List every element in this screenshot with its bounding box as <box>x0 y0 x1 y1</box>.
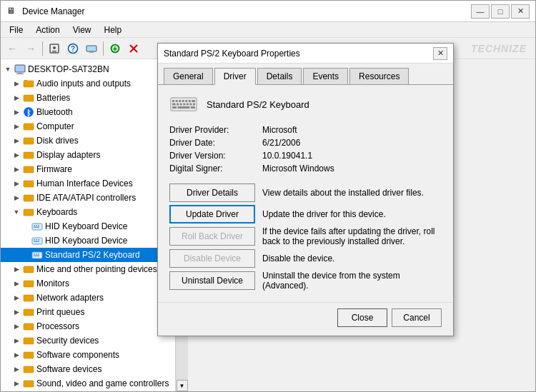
svg-rect-21 <box>24 152 34 159</box>
network-button[interactable] <box>83 40 100 57</box>
driver-details-desc: View details about the installed driver … <box>262 188 442 198</box>
tree-label-processors: Processors <box>36 321 79 331</box>
tree-item-hid-kbd1[interactable]: HID Keyboard Device <box>1 219 175 233</box>
expand-icon-audio: ▶ <box>12 79 21 88</box>
driver-details-button[interactable]: Driver Details <box>169 184 255 202</box>
title-bar: 🖥 Device Manager — □ ✕ <box>1 1 535 22</box>
display-folder-icon <box>23 149 34 161</box>
window-title: Device Manager <box>22 6 84 16</box>
tree-item-security[interactable]: ▶ Security devices <box>1 333 175 348</box>
menu-action[interactable]: Action <box>30 24 65 36</box>
tree-item-print[interactable]: ▶ Print queues <box>1 305 175 319</box>
expand-icon-desktop: ▼ <box>4 65 12 74</box>
close-button[interactable]: Close <box>337 308 387 327</box>
delete-button[interactable] <box>125 40 142 57</box>
tab-details[interactable]: Details <box>257 68 302 84</box>
scroll-down-arrow[interactable]: ▼ <box>177 380 188 391</box>
driver-btn-row-rollback: Roll Back Driver If the device fails aft… <box>169 226 442 246</box>
menu-help[interactable]: Help <box>99 24 128 36</box>
svg-rect-57 <box>182 100 184 102</box>
forward-button[interactable]: → <box>22 40 39 57</box>
computer-icon <box>14 64 26 75</box>
svg-rect-33 <box>36 239 37 241</box>
print-folder-icon <box>23 306 34 318</box>
expand-icon-bluetooth: ▶ <box>12 108 21 116</box>
scan-button[interactable]: + <box>106 40 124 57</box>
dialog-title: Standard PS/2 Keyboard Properties <box>164 49 300 59</box>
rollback-driver-button[interactable]: Roll Back Driver <box>169 227 255 246</box>
tree-item-software-comp[interactable]: ▶ Software components <box>1 348 175 362</box>
update-driver-button[interactable]: Update Driver <box>169 205 255 223</box>
tree-item-desktop[interactable]: ▼ DESKTOP-SAT32BN <box>1 62 175 76</box>
svg-rect-39 <box>38 253 39 255</box>
tree-item-firmware[interactable]: ▶ Firmware <box>1 162 175 176</box>
computer-sub-icon <box>23 121 34 132</box>
svg-rect-11 <box>15 65 25 72</box>
menu-file[interactable]: File <box>4 24 29 36</box>
tab-events[interactable]: Events <box>303 68 348 84</box>
menu-bar: File Action View Help <box>1 22 535 38</box>
dialog-close-button[interactable]: ✕ <box>433 47 447 60</box>
tree-item-hid[interactable]: ▶ Human Interface Devices <box>1 176 175 191</box>
tree-item-audio[interactable]: ▶ Audio inputs and outputs <box>1 76 175 91</box>
tree-item-ide[interactable]: ▶ IDE ATA/ATAPI controllers <box>1 191 175 205</box>
tab-resources[interactable]: Resources <box>349 68 409 84</box>
tree-item-monitors[interactable]: ▶ Monitors <box>1 276 175 291</box>
tree-label-software-dev: Software devices <box>36 364 101 374</box>
disable-device-desc: Disable the device. <box>262 253 442 263</box>
tree-item-computer[interactable]: ▶ Computer <box>1 119 175 134</box>
tab-driver[interactable]: Driver <box>214 68 256 85</box>
disk-folder-icon <box>23 135 34 146</box>
properties-button[interactable] <box>46 40 63 57</box>
tree-item-mice[interactable]: ▶ Mice and other pointing devices <box>1 262 175 276</box>
rollback-driver-desc: If the device fails after updating the d… <box>262 226 442 246</box>
svg-rect-45 <box>24 323 34 330</box>
tree-label-desktop: DESKTOP-SAT32BN <box>28 64 109 74</box>
tree-item-bluetooth[interactable]: ▶ ᛒ Bluetooth <box>1 105 175 119</box>
dialog-footer: Close Cancel <box>158 302 453 336</box>
driver-provider-value: Microsoft <box>262 125 297 135</box>
driver-version-label: Driver Version: <box>169 151 262 161</box>
tree-item-sound[interactable]: ▶ Sound, video and game controllers <box>1 376 175 391</box>
tree-item-hid-kbd2[interactable]: HID Keyboard Device <box>1 233 175 248</box>
tree-item-disk[interactable]: ▶ Disk drives <box>1 134 175 148</box>
svg-rect-46 <box>24 338 34 344</box>
tree-item-ps2-kbd[interactable]: Standard PS/2 Keyboard <box>1 248 175 262</box>
tree-label-bluetooth: Bluetooth <box>36 107 73 117</box>
title-bar-left: 🖥 Device Manager <box>6 6 84 17</box>
svg-rect-68 <box>172 106 177 109</box>
tree-item-keyboards[interactable]: ▼ Keyboards <box>1 205 175 219</box>
cancel-button[interactable]: Cancel <box>392 308 442 327</box>
close-window-button[interactable]: ✕ <box>511 4 530 19</box>
tree-label-disk: Disk drives <box>36 136 79 146</box>
hid-kbd1-icon <box>31 221 43 232</box>
svg-rect-19 <box>24 124 34 130</box>
svg-rect-16 <box>24 95 34 101</box>
tree-item-storage[interactable]: ▶ Storage controllers <box>1 391 175 391</box>
tree-label-ide: IDE ATA/ATAPI controllers <box>36 193 136 203</box>
uninstall-device-desc: Uninstall the device from the system (Ad… <box>262 271 442 291</box>
back-button[interactable]: ← <box>4 40 21 57</box>
tree-item-processors[interactable]: ▶ Processors <box>1 319 175 333</box>
disable-device-button[interactable]: Disable Device <box>169 249 255 268</box>
minimize-button[interactable]: — <box>471 4 490 19</box>
expand-icon-software-dev: ▶ <box>12 365 21 373</box>
help-button[interactable]: ? <box>64 40 81 57</box>
expand-icon-batteries: ▶ <box>12 94 21 102</box>
driver-version-value: 10.0.19041.1 <box>262 151 312 161</box>
expand-icon-sound: ▶ <box>12 379 21 388</box>
tab-general[interactable]: General <box>164 68 213 84</box>
menu-view[interactable]: View <box>67 24 97 36</box>
tree-item-software-dev[interactable]: ▶ Software devices <box>1 362 175 376</box>
uninstall-device-button[interactable]: Uninstall Device <box>169 271 255 290</box>
maximize-button[interactable]: □ <box>491 4 510 19</box>
tree-panel[interactable]: ▼ DESKTOP-SAT32BN ▶ Audio inputs and out… <box>1 59 176 391</box>
svg-rect-60 <box>192 100 195 102</box>
tree-item-batteries[interactable]: ▶ Batteries <box>1 91 175 105</box>
expand-icon-security: ▶ <box>12 336 21 345</box>
tree-item-display[interactable]: ▶ Display adapters <box>1 148 175 162</box>
svg-rect-22 <box>24 166 34 173</box>
properties-dialog: Standard PS/2 Keyboard Properties ✕ Gene… <box>157 43 454 336</box>
driver-row-provider: Driver Provider: Microsoft <box>169 125 442 135</box>
tree-item-network[interactable]: ▶ Network adapters <box>1 291 175 305</box>
